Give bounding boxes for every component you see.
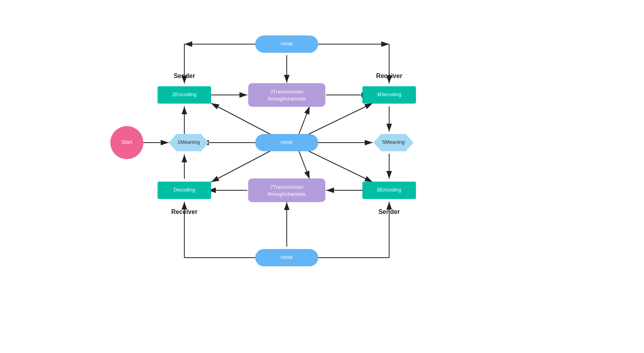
- arrow-noise-mid-decoding4: [303, 103, 373, 137]
- meaning1-label: 1Meaning: [177, 139, 200, 145]
- arrow-noise-mid-transmission7: [298, 148, 310, 179]
- transmission7-label-line1: 7Transmission: [270, 184, 303, 190]
- noise-top-label: noise: [280, 41, 293, 46]
- noise-mid-label: noise: [280, 139, 293, 145]
- transmission7-label-line2: throughchannels: [268, 191, 306, 197]
- arrow-noise-mid-decoding-bottom: [211, 148, 276, 182]
- noise-bottom-label: noise: [280, 254, 293, 260]
- meaning5-label: 5Meaning: [382, 139, 405, 145]
- arrow-noise-mid-encoding2: [211, 103, 276, 137]
- decoding4-label: 4Decoding: [377, 91, 401, 97]
- encoding2-label: 2Encoding: [172, 91, 196, 97]
- transmission3-node[interactable]: [248, 83, 325, 107]
- arrow-noise-mid-transmission3: [298, 106, 310, 137]
- decoding-bottom-label: Decoding: [174, 187, 195, 193]
- encoding6-label: 6Encoding: [377, 187, 401, 193]
- transmission7-node[interactable]: [248, 178, 325, 202]
- start-label: Start: [121, 139, 132, 145]
- transmission3-label-line2: throughchannels: [268, 96, 306, 102]
- transmission3-label-line1: 3Transmission: [270, 89, 303, 95]
- arrow-noise-mid-encoding6: [303, 148, 373, 182]
